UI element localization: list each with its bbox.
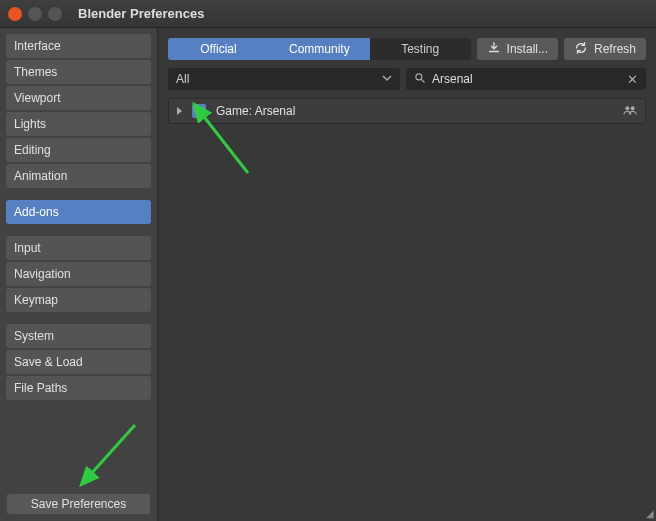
sidebar-item-keymap[interactable]: Keymap [6, 288, 151, 312]
save-preferences-button[interactable]: Save Preferences [6, 493, 151, 515]
sidebar-item-interface[interactable]: Interface [6, 34, 151, 58]
sidebar-item-viewport[interactable]: Viewport [6, 86, 151, 110]
install-button[interactable]: Install... [477, 38, 558, 60]
minimize-icon[interactable] [28, 7, 42, 21]
svg-point-2 [631, 106, 635, 110]
addon-row: Game: Arsenal [168, 98, 646, 124]
sidebar-item-system[interactable]: System [6, 324, 151, 348]
titlebar: Blender Preferences [0, 0, 656, 28]
category-value: All [176, 72, 189, 86]
sidebar-item-file-paths[interactable]: File Paths [6, 376, 151, 400]
refresh-icon [574, 41, 588, 58]
sidebar-item-animation[interactable]: Animation [6, 164, 151, 188]
tab-official[interactable]: Official [168, 38, 269, 60]
sidebar-item-editing[interactable]: Editing [6, 138, 151, 162]
svg-point-0 [416, 73, 422, 79]
disclosure-icon[interactable] [177, 107, 182, 115]
window-controls [8, 7, 62, 21]
search-field[interactable]: ✕ [406, 68, 646, 90]
sidebar-item-themes[interactable]: Themes [6, 60, 151, 84]
preferences-sidebar: InterfaceThemesViewportLightsEditingAnim… [0, 28, 158, 521]
preferences-content: OfficialCommunityTesting Install... Refr… [158, 28, 656, 521]
refresh-button[interactable]: Refresh [564, 38, 646, 60]
sidebar-item-add-ons[interactable]: Add-ons [6, 200, 151, 224]
svg-point-1 [625, 106, 629, 110]
close-icon[interactable] [8, 7, 22, 21]
sidebar-item-input[interactable]: Input [6, 236, 151, 260]
tab-testing[interactable]: Testing [370, 38, 471, 60]
community-icon [623, 103, 637, 120]
search-input[interactable] [432, 72, 621, 86]
maximize-icon[interactable] [48, 7, 62, 21]
category-dropdown[interactable]: All [168, 68, 400, 90]
chevron-down-icon [382, 72, 392, 86]
expand-handle-icon[interactable]: ◢ [646, 508, 654, 519]
tab-community[interactable]: Community [269, 38, 370, 60]
addon-enable-checkbox[interactable] [192, 104, 206, 118]
refresh-label: Refresh [594, 42, 636, 56]
support-level-tabs: OfficialCommunityTesting [168, 38, 471, 60]
sidebar-item-save-load[interactable]: Save & Load [6, 350, 151, 374]
sidebar-item-navigation[interactable]: Navigation [6, 262, 151, 286]
window-title: Blender Preferences [78, 6, 204, 21]
install-label: Install... [507, 42, 548, 56]
search-icon [414, 72, 426, 87]
clear-search-icon[interactable]: ✕ [627, 72, 638, 87]
download-icon [487, 41, 501, 58]
sidebar-item-lights[interactable]: Lights [6, 112, 151, 136]
addon-label: Game: Arsenal [216, 104, 613, 118]
